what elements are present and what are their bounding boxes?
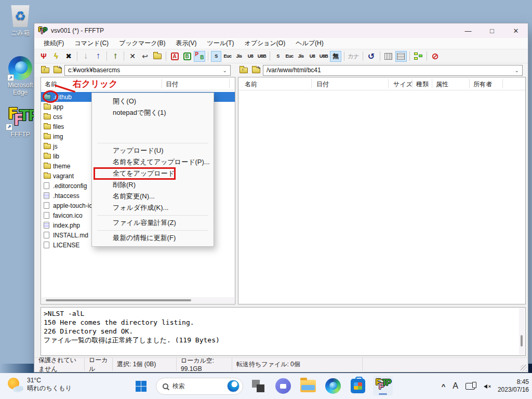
remote-path-combobox[interactable]: /var/www/html/bc41 ⌄ — [263, 65, 523, 76]
download-icon[interactable]: ↓ — [80, 51, 91, 62]
horizontal-scrollbar[interactable] — [42, 297, 234, 303]
column-size[interactable]: サイズ — [393, 80, 413, 89]
chat-button[interactable] — [273, 376, 293, 396]
mirror-upload-icon[interactable]: ↑ — [110, 51, 121, 62]
menu-view[interactable]: 表示(V) — [171, 38, 202, 49]
menu-item-delete[interactable]: 削除(R) — [92, 179, 214, 191]
log-area[interactable]: >NLST -alL 150 Here comes the directory … — [41, 307, 526, 356]
store-button[interactable] — [348, 376, 368, 396]
tray-chevron-icon[interactable]: ^ — [442, 382, 446, 390]
local-utf8-icon[interactable]: U8 — [245, 51, 256, 62]
kana-button[interactable]: カナ — [347, 51, 360, 62]
ffftp-taskbar-button[interactable]: FFTP — [373, 376, 393, 396]
chevron-down-icon[interactable]: ⌄ — [515, 68, 519, 73]
menu-spacer — [92, 118, 214, 141]
list-view-icon[interactable] — [383, 51, 394, 62]
quick-connect-icon[interactable]: ϟ — [50, 51, 62, 62]
taskbar-weather-widget[interactable]: 31°C 晴れのちくもり — [7, 377, 72, 392]
muted-speaker-icon[interactable]: × — [482, 382, 490, 390]
local-edit-folder-icon[interactable] — [52, 65, 63, 75]
desktop-icon-edge[interactable]: ↗ Microsoft Edge — [1, 56, 39, 96]
column-date[interactable]: 日付 — [316, 80, 329, 89]
menu-item-open[interactable]: 開く(O) — [92, 96, 214, 107]
network-display-icon[interactable] — [466, 383, 475, 390]
column-owner[interactable]: 所有者 — [473, 80, 492, 89]
edge-icon: ↗ — [8, 56, 32, 80]
start-button[interactable] — [131, 376, 151, 396]
kana-none-button[interactable]: 無 — [330, 51, 341, 62]
weather-icon — [7, 377, 23, 392]
scrollbar-thumb[interactable] — [46, 299, 191, 301]
menu-item-make-folder[interactable]: フォルダ作成(K)... — [92, 202, 214, 214]
column-kind[interactable]: 種類 — [416, 80, 429, 89]
title-bar[interactable]: FFP vsv001 (*) - FFFTP — □ ✕ — [34, 23, 528, 38]
sort-tree-icon[interactable] — [413, 51, 424, 62]
file-explorer-button[interactable] — [298, 376, 318, 396]
task-view-button[interactable] — [248, 376, 268, 396]
menu-command[interactable]: コマンド(C) — [69, 38, 114, 49]
local-jis-icon[interactable]: Jis — [234, 51, 244, 62]
vertical-scrollbar[interactable] — [519, 308, 525, 355]
host-sjis-icon[interactable]: S — [273, 51, 283, 62]
binary-mode-icon[interactable]: B — [181, 51, 193, 62]
chevron-down-icon[interactable]: ⌄ — [223, 68, 227, 73]
clock[interactable]: 8:45 2023/07/16 — [498, 378, 529, 394]
ime-indicator[interactable]: A — [453, 381, 458, 391]
local-euc-icon[interactable]: Euc — [222, 51, 233, 62]
host-utf8b-icon[interactable]: U8B — [318, 51, 329, 62]
menu-item-upload[interactable]: アップロード(U) — [92, 145, 214, 156]
minimize-button[interactable]: — — [456, 23, 480, 38]
connect-icon[interactable]: Ψ — [38, 51, 49, 62]
menu-bookmark[interactable]: ブックマーク(B) — [114, 38, 170, 49]
close-button[interactable]: ✕ — [504, 23, 528, 38]
menu-item-calc-size[interactable]: ファイル容量計算(Z) — [92, 217, 214, 229]
auto-mode-icon[interactable]: PB — [194, 51, 205, 62]
toolbar-separator — [208, 51, 208, 61]
local-sjis-icon[interactable]: S — [211, 51, 221, 62]
upload-icon[interactable]: ↑ — [92, 51, 104, 62]
remote-up-folder-icon[interactable] — [238, 65, 249, 75]
refresh-icon[interactable]: ↺ — [366, 51, 377, 62]
host-euc-icon[interactable]: Euc — [284, 51, 295, 62]
new-folder-icon[interactable] — [152, 51, 163, 62]
resize-grip[interactable] — [521, 365, 527, 371]
toolbar-separator — [363, 51, 363, 61]
local-path-combobox[interactable]: c:¥work¥basercms ⌄ — [64, 65, 231, 76]
abort-icon[interactable]: ⊘ — [430, 51, 441, 62]
edge-button[interactable] — [323, 376, 343, 396]
menu-item-refresh[interactable]: 最新の情報に更新(F) — [92, 232, 214, 244]
local-utf8b-icon[interactable]: U8B — [257, 51, 267, 62]
delete-icon[interactable]: ✕ — [127, 51, 138, 62]
menu-options[interactable]: オプション(O) — [239, 38, 290, 49]
desktop-icon-ffftp[interactable]: FFTP ↗ FFFTP — [1, 107, 39, 138]
local-up-folder-icon[interactable] — [39, 65, 51, 75]
bing-icon — [227, 380, 240, 392]
host-utf8-icon[interactable]: U8 — [307, 51, 317, 62]
menu-connect[interactable]: 接続(F) — [38, 38, 69, 49]
maximize-button[interactable]: □ — [480, 23, 504, 38]
status-bar: 保護されていません ローカル 選択: 1個 (0B) ローカル空: 99.1GB… — [34, 357, 528, 371]
remote-edit-folder-icon[interactable] — [250, 65, 262, 75]
undo-icon[interactable]: ↩ — [139, 51, 151, 62]
column-date[interactable]: 日付 — [166, 80, 178, 89]
scrollbar-thumb[interactable] — [521, 335, 523, 347]
menu-tools[interactable]: ツール(T) — [202, 38, 240, 49]
menu-item-rename[interactable]: 名前変更(N)... — [92, 191, 214, 202]
menu-item-open-notepad[interactable]: notepadで開く(1) — [92, 107, 214, 118]
ascii-mode-icon[interactable]: A — [169, 51, 180, 62]
disconnect-icon[interactable]: ✖ — [63, 51, 74, 62]
column-name[interactable]: 名前 — [245, 80, 257, 89]
log-line: 150 Here comes the directory listing. — [44, 318, 517, 327]
shortcut-arrow-icon: ↗ — [6, 124, 12, 130]
status-selection: 選択: 1個 (0B) — [113, 358, 177, 371]
window-title: vsv001 (*) - FFFTP — [51, 27, 104, 34]
desktop-icon-recycle-bin[interactable]: ♻ ごみ箱 — [1, 5, 39, 37]
search-box[interactable]: 検索 — [156, 378, 243, 395]
column-attr[interactable]: 属性 — [436, 80, 448, 89]
menu-item-upload-all[interactable]: 全てをアップロード — [92, 168, 214, 179]
menu-item-upload-as[interactable]: 名前を変えてアップロード(P)... — [92, 156, 214, 168]
detail-view-icon[interactable] — [395, 51, 407, 62]
host-jis-icon[interactable]: Jis — [296, 51, 306, 62]
menu-help[interactable]: ヘルプ(H) — [290, 38, 329, 49]
windows-logo-icon — [136, 381, 147, 392]
